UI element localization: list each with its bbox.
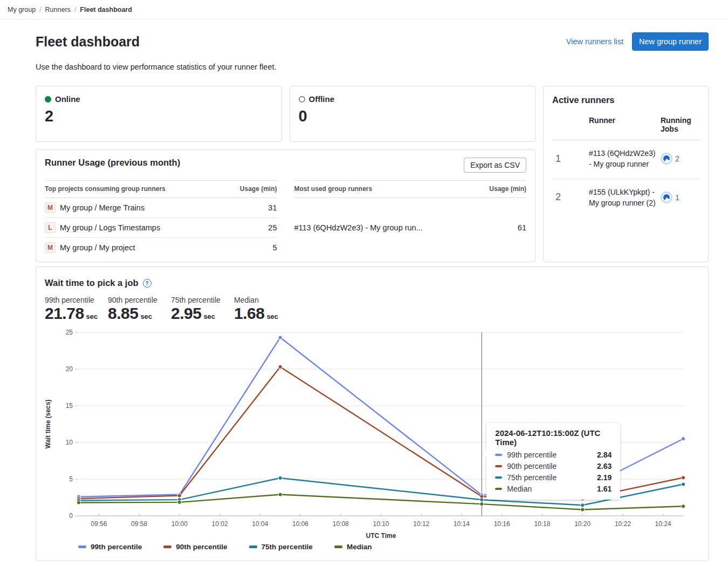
- export-csv-button[interactable]: Export as CSV: [464, 158, 526, 173]
- legend-item-median[interactable]: Median: [334, 543, 372, 551]
- online-count: 2: [45, 108, 273, 124]
- x-axis-tick-label: 09:56: [91, 520, 107, 528]
- x-axis-tick-label: 10:00: [171, 520, 188, 528]
- x-axis-tick-label: 10:20: [574, 520, 590, 528]
- running-status-icon: [661, 192, 672, 203]
- data-point: [581, 508, 585, 512]
- running-jobs-count-link[interactable]: 1: [675, 193, 679, 202]
- runner-name: #113 (6QHdzW2e3) - My group runner: [589, 148, 656, 170]
- offline-runners-card: Offline 0: [290, 86, 536, 142]
- stat-99th-percentile: 99th percentile 21.78sec: [45, 296, 99, 322]
- data-point: [681, 504, 685, 508]
- offline-label: Offline: [309, 94, 335, 104]
- stat-value: 8.85: [108, 304, 138, 322]
- breadcrumb: My group / Runners / Fleet dashboard: [0, 0, 728, 19]
- stat-value: 2.95: [171, 304, 201, 322]
- x-axis-tick-label: 09:58: [131, 520, 147, 528]
- breadcrumb-current-page: Fleet dashboard: [80, 6, 132, 13]
- legend-item-90th-percentile[interactable]: 90th percentile: [163, 543, 227, 551]
- project-name: My group / Logs Timestamps: [60, 223, 160, 232]
- wait-time-title: Wait time to pick a job: [45, 278, 139, 288]
- running-jobs-count-link[interactable]: 2: [675, 154, 679, 163]
- table-row: M My group / Merge Trains 31: [45, 198, 277, 218]
- legend-item-99th-percentile[interactable]: 99th percentile: [78, 543, 142, 551]
- breadcrumb-my-group[interactable]: My group: [8, 6, 36, 13]
- stat-median: Median 1.68sec: [234, 296, 288, 322]
- y-axis-tick-label: 25: [66, 329, 73, 336]
- legend-label: 99th percentile: [91, 543, 142, 551]
- wait-time-stats: 99th percentile 21.78sec 90th percentile…: [45, 296, 699, 322]
- breadcrumb-runners[interactable]: Runners: [45, 6, 71, 13]
- series-color-swatch: [495, 476, 502, 479]
- stat-value: 1.68: [234, 304, 264, 322]
- series-color-swatch: [78, 545, 86, 548]
- usage-minutes: 5: [222, 238, 277, 258]
- project-name: My group / Merge Trains: [60, 203, 145, 212]
- table-row: M My group / My project 5: [45, 238, 277, 258]
- running-status-icon: [661, 153, 672, 165]
- x-axis-title: UTC Time: [366, 532, 396, 540]
- data-point: [480, 498, 484, 502]
- runner-rank: 1: [552, 153, 585, 165]
- stat-label: Median: [234, 296, 288, 304]
- breadcrumb-separator: /: [39, 6, 41, 13]
- tooltip-series-value: 2.84: [597, 451, 612, 459]
- page-description: Use the dashboard to view performance st…: [36, 63, 709, 71]
- x-axis-tick-label: 10:10: [373, 520, 389, 528]
- series-color-swatch: [495, 465, 502, 467]
- table-row: 1 #113 (6QHdzW2e3) - My group runner 2: [552, 140, 699, 179]
- usage-minutes: 25: [222, 218, 277, 238]
- x-axis-tick-label: 10:02: [212, 520, 228, 528]
- legend-label: Median: [347, 543, 372, 551]
- table-row: 2 #155 (ULkKYpkpt) - My group runner (2)…: [552, 179, 699, 217]
- project-name: My group / My project: [60, 243, 135, 252]
- series-color-swatch: [249, 545, 257, 548]
- runner-name: #155 (ULkKYpkpt) - My group runner (2): [589, 187, 656, 209]
- data-point: [278, 365, 282, 369]
- chart-tooltip: 2024-06-12T10:15:00Z (UTC Time) 99th per…: [486, 423, 620, 500]
- tooltip-series-value: 1.61: [597, 485, 612, 493]
- table-row: #113 (6QHdzW2e3) - My group run... 61: [294, 198, 527, 258]
- project-avatar: M: [45, 202, 56, 213]
- data-point: [177, 494, 181, 497]
- legend-label: 90th percentile: [176, 543, 227, 551]
- usage-minutes: 61: [475, 198, 526, 258]
- data-point: [77, 501, 80, 504]
- stat-unit: sec: [203, 312, 215, 320]
- column-header-most-used-runners: Most used group runners: [294, 181, 475, 198]
- y-axis-title: Wait time (secs): [45, 400, 52, 449]
- view-runners-list-link[interactable]: View runners list: [566, 37, 623, 46]
- runner-usage-panel: Runner Usage (previous month) Export as …: [36, 149, 535, 262]
- most-used-runners-table: Most used group runners Usage (min) #113…: [294, 180, 527, 257]
- column-header-top-projects: Top projects consuming group runners: [45, 181, 222, 198]
- legend-item-75th-percentile[interactable]: 75th percentile: [249, 543, 313, 551]
- y-axis-tick-label: 10: [66, 439, 73, 446]
- x-axis-tick-label: 10:14: [454, 520, 470, 528]
- legend-label: 75th percentile: [262, 543, 313, 551]
- column-header-runner: Runner: [589, 116, 656, 133]
- stat-90th-percentile: 90th percentile 8.85sec: [108, 296, 162, 322]
- chart-legend: 99th percentile 90th percentile 75th per…: [78, 543, 699, 551]
- tooltip-series-value: 2.19: [597, 473, 612, 482]
- series-color-swatch: [163, 545, 171, 548]
- x-axis-tick-label: 10:06: [292, 520, 308, 528]
- help-icon[interactable]: ?: [143, 279, 152, 288]
- y-axis-tick-label: 0: [69, 512, 73, 520]
- new-group-runner-button[interactable]: New group runner: [632, 32, 709, 51]
- stat-75th-percentile: 75th percentile 2.95sec: [171, 296, 225, 322]
- tooltip-series-name: 99th percentile: [507, 451, 557, 459]
- y-axis-tick-label: 15: [66, 402, 73, 410]
- x-axis-tick-label: 10:24: [655, 520, 671, 528]
- data-point: [278, 336, 282, 339]
- data-point: [480, 502, 484, 506]
- stat-unit: sec: [86, 312, 98, 320]
- tooltip-title: 2024-06-12T10:15:00Z (UTC Time): [495, 428, 612, 447]
- top-projects-table: Top projects consuming group runners Usa…: [45, 180, 277, 257]
- stat-label: 75th percentile: [171, 296, 225, 304]
- column-header-usage-min: Usage (min): [222, 181, 277, 198]
- stat-label: 90th percentile: [108, 296, 162, 304]
- runner-rank: 2: [552, 192, 585, 203]
- online-status-icon: [45, 96, 51, 103]
- x-axis-tick-label: 10:12: [413, 520, 429, 528]
- y-axis-tick-label: 5: [69, 475, 73, 483]
